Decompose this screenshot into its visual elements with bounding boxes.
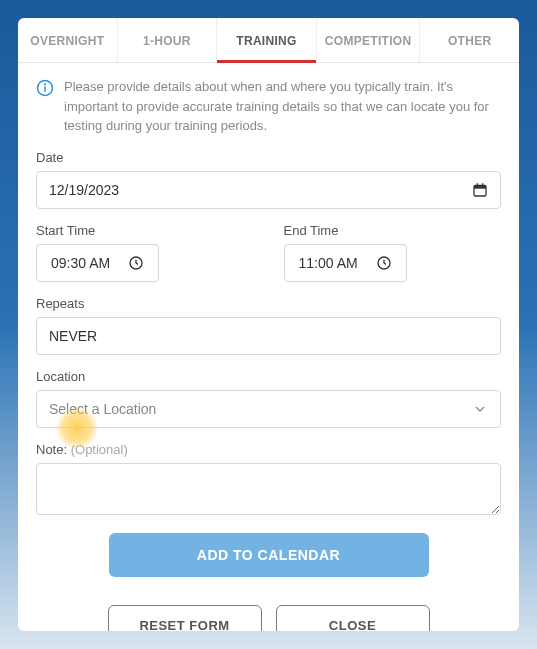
end-time-input[interactable]: 11:00 AM — [284, 244, 407, 282]
form-card: OVERNIGHT 1-HOUR TRAINING COMPETITION OT… — [18, 18, 519, 631]
tab-overnight[interactable]: OVERNIGHT — [18, 18, 118, 62]
svg-point-2 — [45, 84, 46, 85]
tab-other[interactable]: OTHER — [420, 18, 519, 62]
calendar-icon — [472, 182, 488, 198]
start-time-input[interactable]: 09:30 AM — [36, 244, 159, 282]
form-content: Please provide details about when and wh… — [18, 63, 519, 631]
note-optional: (Optional) — [71, 442, 128, 457]
tab-competition[interactable]: COMPETITION — [317, 18, 421, 62]
tab-training[interactable]: TRAINING — [217, 18, 317, 62]
svg-rect-4 — [474, 185, 486, 188]
info-icon — [36, 79, 54, 97]
location-label: Location — [36, 369, 501, 384]
note-textarea[interactable] — [36, 463, 501, 515]
close-button[interactable]: CLOSE — [276, 605, 430, 632]
chevron-down-icon — [472, 401, 488, 417]
note-label: Note: (Optional) — [36, 442, 501, 457]
end-time-value: 11:00 AM — [299, 255, 358, 271]
tab-1hour[interactable]: 1-HOUR — [118, 18, 218, 62]
location-select[interactable]: Select a Location — [36, 390, 501, 428]
repeats-input[interactable] — [36, 317, 501, 355]
repeats-label: Repeats — [36, 296, 501, 311]
date-field: Date 12/19/2023 — [36, 150, 501, 209]
clock-icon — [376, 255, 392, 271]
button-row: RESET FORM CLOSE — [36, 605, 501, 632]
info-text: Please provide details about when and wh… — [64, 77, 501, 136]
note-field: Note: (Optional) — [36, 442, 501, 519]
info-banner: Please provide details about when and wh… — [36, 77, 501, 136]
start-time-field: Start Time 09:30 AM — [36, 223, 254, 282]
end-time-label: End Time — [284, 223, 502, 238]
reset-form-button[interactable]: RESET FORM — [108, 605, 262, 632]
location-placeholder: Select a Location — [49, 401, 156, 417]
date-label: Date — [36, 150, 501, 165]
date-value: 12/19/2023 — [49, 182, 119, 198]
location-field: Location Select a Location — [36, 369, 501, 428]
start-time-label: Start Time — [36, 223, 254, 238]
start-time-value: 09:30 AM — [51, 255, 110, 271]
add-to-calendar-button[interactable]: ADD TO CALENDAR — [109, 533, 429, 577]
date-input[interactable]: 12/19/2023 — [36, 171, 501, 209]
clock-icon — [128, 255, 144, 271]
repeats-field: Repeats — [36, 296, 501, 355]
tabs-bar: OVERNIGHT 1-HOUR TRAINING COMPETITION OT… — [18, 18, 519, 63]
end-time-field: End Time 11:00 AM — [284, 223, 502, 282]
